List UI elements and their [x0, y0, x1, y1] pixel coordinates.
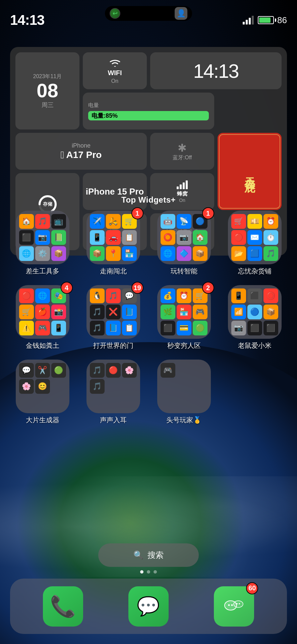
wifi-label: WIFI	[108, 69, 122, 77]
folder-name-miaobian: 秒变穷人区	[167, 341, 201, 350]
battery-bar: 电量:85%	[88, 111, 209, 120]
dock-messages[interactable]: 💬	[128, 586, 169, 627]
folder-zounan[interactable]: 1 ✈️ 🛵 🛒 📱 🚗 📋 📦 📍 🏪 走南闯北	[81, 211, 145, 275]
bluetooth-label: 蓝牙:Off	[173, 154, 192, 161]
folder-icon-shengsheng[interactable]: 🎵 🔴 🌸 🎵	[86, 360, 140, 413]
folder-name-dakai: 打开世界的门	[93, 341, 133, 350]
page-dots	[0, 570, 297, 574]
wifi-widget[interactable]: WIFI On	[83, 52, 147, 89]
battery-indicator: 86	[258, 15, 287, 25]
page-dot-2[interactable]	[147, 570, 150, 574]
dock-wechat[interactable]: 60	[214, 586, 254, 627]
bluetooth-icon: ✱	[178, 142, 187, 154]
folder-chasheng[interactable]: 🏠 🎵 📺 ⬛ 📷 📗 🌐 ⚙️ 📦 差生工具多	[10, 211, 75, 275]
signal-bar-1	[243, 22, 245, 24]
folder-icon-wanzhuan[interactable]: 1 🤖 📡 🔵 ⭕ 📷 🏠 🌐 🔷 📦	[157, 211, 211, 264]
folder-touhao[interactable]: 🎮 头号玩家🥇	[152, 360, 216, 424]
folder-name-chasheng: 差生工具多	[26, 267, 59, 275]
badge-jinqian: 4	[61, 282, 73, 294]
search-label: 搜索	[147, 550, 164, 560]
folder-miaobian[interactable]: 2 💰 ⏰ 🛒 🌿 🏪 🎮 ⬛ 💳 🟢 秒变穷人区	[152, 285, 216, 350]
svg-point-6	[236, 603, 238, 604]
island-right-activity[interactable]: 👤	[175, 7, 187, 20]
signal-bar-3	[249, 18, 251, 24]
date-weekday: 周三	[42, 101, 54, 109]
folder-dakai[interactable]: 19 🐧 🎵 💬 🎵 ❌ 📘 🎵 📘 📋 打开世界的门	[81, 285, 145, 350]
folder-icon-touhao[interactable]: 🎮	[157, 360, 211, 413]
apple-logo-icon: 	[61, 149, 64, 161]
folder-icon-dakai[interactable]: 19 🐧 🎵 💬 🎵 ❌ 📘 🎵 📘 📋	[86, 285, 140, 339]
battery-percent: 电量:85%	[92, 112, 118, 120]
signal-bar-2	[246, 20, 248, 24]
time-big-widget[interactable]: 14:13	[150, 52, 282, 89]
folder-name-zounan: 走南闯北	[100, 267, 127, 275]
folder-shengsheng[interactable]: 🎵 🔴 🌸 🎵 声声入耳	[81, 360, 145, 424]
search-icon: 🔍	[133, 550, 143, 560]
cellular-icon	[177, 180, 188, 189]
folder-name-wangyou: 忘忧杂货铺	[238, 267, 272, 275]
dock: 📞 💬 60	[10, 579, 287, 634]
dock-phone[interactable]: 📞	[43, 586, 83, 627]
status-time: 14:13	[10, 12, 44, 28]
folder-dapian[interactable]: 💬 ✂️ 🟢 🌸 😊 大片生成器	[10, 360, 75, 424]
badge-zounan: 1	[131, 207, 143, 219]
app-row-3: 💬 ✂️ 🟢 🌸 😊 大片生成器 🎵 🔴 🌸 🎵	[10, 360, 287, 424]
iphone-model-name:  A17 Pro	[61, 149, 102, 161]
folder-icon-zounan[interactable]: 1 ✈️ 🛵 🛒 📱 🚗 📋 📦 📍 🏪	[86, 211, 140, 264]
folder-name-dapian: 大片生成器	[26, 416, 59, 424]
app-row-1: 🏠 🎵 📺 ⬛ 📷 📗 🌐 ⚙️ 📦 差生工具多 1 ✈️ 🛵 🛒 📱 🚗	[10, 211, 287, 275]
wifi-icon	[108, 58, 122, 68]
page-dot-3[interactable]	[154, 570, 157, 574]
date-day: 08	[37, 81, 58, 100]
folder-name-laoshu: 老鼠爱小米	[238, 341, 272, 350]
time-big-display: 14:13	[193, 60, 238, 82]
signal-bars	[243, 16, 254, 24]
date-widget[interactable]: 2023年11月 08 周三	[15, 52, 79, 129]
wifi-status: On	[111, 78, 118, 84]
folder-icon-chasheng[interactable]: 🏠 🎵 📺 ⬛ 📷 📗 🌐 ⚙️ 📦	[16, 211, 69, 264]
badge-wanzhuan: 1	[202, 207, 214, 219]
iphone-model-widget[interactable]: iPhone  A17 Pro	[15, 133, 147, 170]
battery-widget[interactable]: 电量 电量:85%	[83, 93, 214, 129]
empty-slot	[222, 360, 276, 424]
messages-icon: 💬	[137, 595, 160, 617]
wechat-icon	[222, 595, 246, 618]
folder-jinqian[interactable]: 4 🔴 🌐 🎭 🛒 🍎 📸 ⚠️ 🎮 📱 金钱如粪土	[10, 285, 75, 350]
bluetooth-widget[interactable]: ✱ 蓝牙:Off	[150, 133, 214, 170]
folder-wanzhuan[interactable]: 1 🤖 📡 🔵 ⭕ 📷 🏠 🌐 🔷 📦 玩转智能	[152, 211, 216, 275]
svg-point-7	[239, 603, 240, 604]
badge-dakai: 19	[131, 282, 143, 294]
search-bar[interactable]: 🔍 搜索	[98, 543, 199, 567]
folder-name-shengsheng: 声声入耳	[100, 416, 127, 424]
badge-miaobian: 2	[202, 282, 214, 294]
folder-icon-dapian[interactable]: 💬 ✂️ 🟢 🌸 😊	[16, 360, 69, 413]
folder-name-jinqian: 金钱如粪土	[26, 341, 59, 350]
top-widgets-label: Top Widgets+	[0, 195, 297, 205]
app-row-2: 4 🔴 🌐 🎭 🛒 🍎 📸 ⚠️ 🎮 📱 金钱如粪土 19 🐧 🎵 💬 🎵	[10, 285, 287, 350]
page-dot-1[interactable]	[140, 570, 143, 574]
folder-icon-miaobian[interactable]: 2 💰 ⏰ 🛒 🌿 🏪 🎮 ⬛ 💳 🟢	[157, 285, 211, 339]
folder-wangyou[interactable]: 🛒 💴 ⏰ 🔴 ✉️ ⏱️ 📂 🟦 🎵 忘忧杂货铺	[222, 211, 287, 275]
folder-laoshu[interactable]: 📱 ⬛ ⭕ 📶 🔵 📦 📷 ⬛ ⬛ 老鼠爱小米	[222, 285, 287, 350]
status-right: 86	[243, 15, 287, 25]
badge-wechat: 60	[246, 582, 258, 594]
iphone-label: iPhone	[72, 142, 91, 149]
date-year-month: 2023年11月	[33, 73, 62, 80]
folder-icon-wangyou[interactable]: 🛒 💴 ⏰ 🔴 ✉️ ⏱️ 📂 🟦 🎵	[228, 211, 282, 264]
battery-widget-label: 电量	[88, 102, 99, 109]
app-grid: 🏠 🎵 📺 ⬛ 📷 📗 🌐 ⚙️ 📦 差生工具多 1 ✈️ 🛵 🛒 📱 🚗	[10, 211, 287, 434]
folder-icon-jinqian[interactable]: 4 🔴 🌐 🎭 🛒 🍎 📸 ⚠️ 🎮 📱	[16, 285, 69, 339]
folder-icon-laoshu[interactable]: 📱 ⬛ ⭕ 📶 🔵 📦 📷 ⬛ ⬛	[228, 285, 282, 339]
folder-name-wanzhuan: 玩转智能	[171, 267, 197, 275]
island-left-activity[interactable]: ↩	[110, 8, 120, 19]
dynamic-island[interactable]: ↩ 👤	[105, 6, 192, 21]
svg-point-4	[228, 604, 230, 606]
svg-point-3	[234, 601, 243, 607]
svg-point-5	[231, 604, 233, 606]
signal-bar-4	[252, 16, 254, 24]
phone-icon: 📞	[50, 594, 76, 619]
folder-name-touhao: 头号玩家🥇	[166, 416, 201, 424]
